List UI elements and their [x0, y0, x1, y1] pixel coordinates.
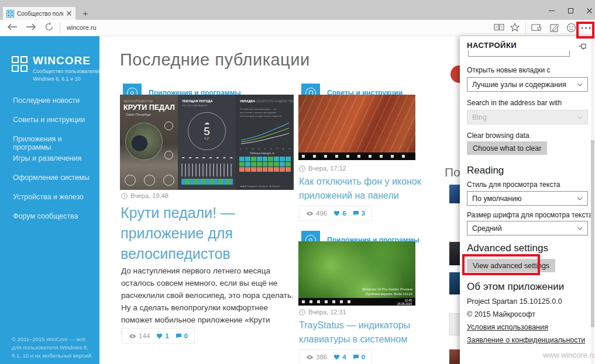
favorites-button[interactable]	[510, 23, 520, 32]
article-1-stats: 144 1 0	[122, 328, 195, 344]
web-note-button[interactable]	[550, 23, 559, 32]
likes-icon	[333, 210, 340, 216]
reading-style-select[interactable]: По умолчанию	[467, 191, 588, 206]
page-title: Последние публикации	[120, 50, 310, 70]
advanced-settings-heading: Advanced settings	[467, 242, 548, 254]
pin-panel-button[interactable]	[579, 43, 587, 50]
clock-icon	[299, 165, 305, 172]
clock-icon	[121, 193, 128, 199]
app-version: Project Spartan 15.10125.0.0	[467, 297, 562, 306]
browser-tab[interactable]: Сообщество пользовате…	[3, 7, 75, 20]
article-2-date: Вчера, 17:12	[299, 165, 346, 172]
likes-icon	[156, 333, 163, 339]
nav-divider	[60, 23, 60, 33]
pencil-note-icon	[550, 23, 559, 32]
article-2-image[interactable]	[298, 95, 415, 160]
reading-font-select[interactable]: Средний	[467, 221, 588, 235]
article-3-date: Вчера, 12:31	[299, 308, 346, 316]
refresh-button[interactable]	[44, 22, 54, 32]
article-3-image[interactable]: Windows 10 Pro Insider Preview Пробная в…	[298, 241, 415, 306]
maximize-button[interactable]	[563, 6, 578, 15]
back-button[interactable]	[7, 23, 18, 31]
view-advanced-settings-button[interactable]: View advanced settings	[467, 259, 555, 272]
article-2-stats: 496 6 3	[299, 206, 372, 221]
site-favicon-icon	[6, 10, 14, 18]
article-1-title[interactable]: Крути педали! — приложение для велосипед…	[121, 203, 290, 264]
privacy-statement-link[interactable]: Заявление о конфиденциальности	[467, 336, 585, 344]
address-bar[interactable]: wincore.ru	[67, 24, 97, 31]
collage-panel-gears: УКЛАДКА СКОРОСТЬ КАДЕНС ПЕРЕДАТОЧНЫЕ ЧИ …	[236, 95, 294, 190]
clock-icon	[299, 309, 305, 316]
panel-scrollbar-track[interactable]	[591, 36, 594, 364]
weather-histogram	[181, 164, 233, 176]
sidebar-item-apps[interactable]: Приложения и программы	[13, 135, 99, 154]
forward-button[interactable]	[26, 23, 36, 31]
taskbar-strip: 11:4525.05.2015	[298, 298, 415, 306]
new-tab-button[interactable]: +	[80, 8, 91, 19]
sidebar-item-themes[interactable]: Оформление системы	[13, 174, 99, 193]
sidebar-item-forum[interactable]: Форум сообщества	[13, 212, 99, 231]
views-icon	[306, 355, 314, 360]
back-arrow-icon	[7, 23, 18, 31]
sidebar-item-news[interactable]: Последние новости	[13, 96, 99, 116]
site-logo[interactable]: WINCORE Сообщество пользователей Windows…	[12, 55, 102, 83]
weather-forecast-row: ☁☁☁☁☁☁☁☁	[181, 155, 233, 159]
comments-icon	[353, 354, 359, 360]
views-icon	[306, 211, 314, 216]
map-circle	[125, 123, 163, 160]
minimize-icon	[549, 11, 555, 11]
gear-table	[239, 157, 291, 172]
sidebar-item-tips[interactable]: Советы и инструкции	[13, 116, 99, 135]
terms-of-use-link[interactable]: Условия использования	[467, 323, 548, 331]
open-tabs-label: Открыть новые вкладки с	[467, 66, 551, 74]
scrolled-combobox-fragment[interactable]	[468, 50, 570, 57]
reading-view-button[interactable]	[494, 23, 504, 31]
article-3-stats: 386 4 0	[299, 349, 372, 364]
settings-panel: НАСТРОЙКИ Открыть новые вкладки с Лучшие…	[460, 36, 595, 364]
site-sidebar: WINCORE Сообщество пользователей Windows…	[0, 36, 99, 364]
star-icon	[510, 23, 520, 32]
more-actions-button[interactable]	[581, 27, 591, 29]
sidebar-nav: Последние новости Советы и инструкции Пр…	[13, 96, 99, 231]
smiley-icon	[566, 23, 576, 33]
maximize-icon	[568, 8, 573, 13]
article-1-image[interactable]: ВЕЛОСИПЕДИСТАМ КРУТИ ПЕДАЛ Санкт-Петербу…	[120, 95, 294, 190]
likes-icon	[333, 354, 340, 360]
article-1-date: Вчера, 19:48	[121, 192, 168, 199]
weather-circle: ☁ 5 4.2°	[188, 112, 226, 150]
sidebar-item-devices[interactable]: Устройства и железо	[13, 193, 99, 212]
pin-icon	[579, 43, 587, 50]
taskbar-strip	[298, 152, 415, 160]
collage-panel-map: ВЕЛОСИПЕДИСТАМ КРУТИ ПЕДАЛ Санкт-Петербу…	[120, 95, 178, 190]
article-1-excerpt: До наступления первого летнего месяца ос…	[121, 265, 298, 338]
partial-section-heading: По	[445, 165, 460, 179]
minimize-button[interactable]	[544, 6, 559, 15]
search-provider-label: Search in the address bar with	[467, 99, 562, 107]
chevron-down-icon	[577, 227, 583, 230]
sidebar-copyright: © 2011–2015 WinCore — всё для пользовате…	[12, 335, 95, 360]
clear-browsing-label: Clear browsing data	[467, 131, 529, 140]
chevron-down-icon	[577, 83, 583, 86]
close-icon	[586, 8, 593, 14]
comments-icon	[353, 210, 359, 216]
views-icon	[129, 334, 136, 339]
app-copyright: © 2015 Майкрософт	[467, 310, 535, 318]
gear-chart	[240, 120, 290, 146]
ellipsis-icon	[581, 27, 591, 29]
close-button[interactable]	[582, 6, 595, 15]
reading-section-heading: Reading	[467, 165, 504, 176]
tab-title: Сообщество пользовате…	[17, 11, 63, 17]
choose-what-to-clear-button[interactable]: Choose what to clear	[467, 141, 547, 155]
open-tabs-select[interactable]: Лучшие узлы и содержания	[467, 77, 588, 92]
feedback-button[interactable]	[566, 23, 576, 33]
tab-close-icon[interactable]	[66, 11, 72, 16]
settings-panel-title: НАСТРОЙКИ	[467, 41, 517, 50]
panel-scrollbar-thumb[interactable]	[591, 140, 594, 327]
weather-table-strip	[181, 179, 233, 185]
search-provider-select: Bing	[467, 110, 588, 124]
hub-icon	[531, 23, 542, 32]
hub-button[interactable]	[531, 23, 542, 32]
browser-window: Сообщество пользовате… + wincore.ru	[0, 0, 595, 364]
sidebar-item-games[interactable]: Игры и развлечения	[13, 154, 99, 174]
collage-panel-weather: ТЕКУЩАЯ ПОГОДА ПРОГНОЗ НА НЕДЕЛЮ ☁ 5 4.2…	[178, 95, 236, 190]
